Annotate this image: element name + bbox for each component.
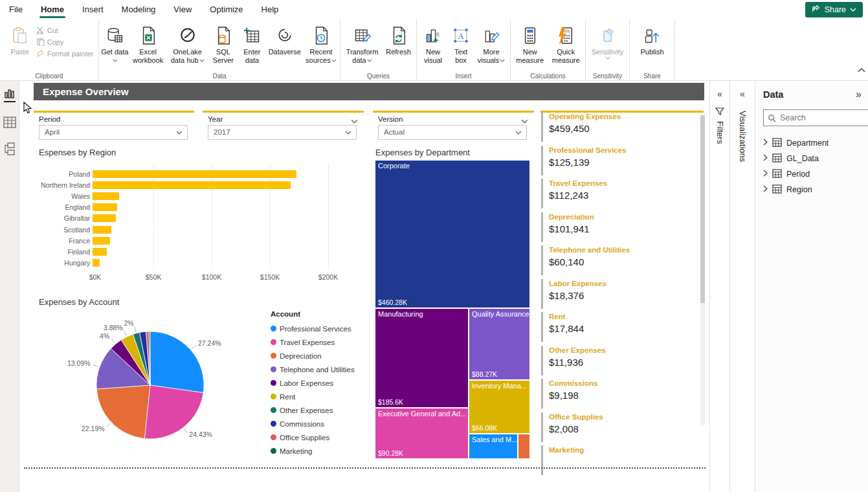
data-table-row-region[interactable]: Region <box>763 182 868 197</box>
data-table-name: GL_Data <box>786 154 819 163</box>
expand-chevron-icon[interactable] <box>763 139 768 148</box>
dataverse-button[interactable]: Dataverse <box>267 22 303 64</box>
data-search[interactable] <box>763 109 868 126</box>
filters-panel-collapsed[interactable]: « Filters <box>709 81 729 492</box>
bar[interactable] <box>93 226 111 234</box>
copy-button[interactable]: Copy <box>36 38 94 46</box>
legend-dot-icon <box>271 366 276 372</box>
treemap-tile-sales-and-m-[interactable]: Sales and M... <box>469 434 517 458</box>
legend-item[interactable]: Other Expenses <box>271 403 355 417</box>
share-button[interactable]: Share <box>805 2 863 17</box>
data-table-row-period[interactable]: Period <box>763 166 868 182</box>
tab-optimize[interactable]: Optimize <box>201 0 252 19</box>
expand-chevron-icon[interactable] <box>763 154 768 163</box>
kpi-card[interactable]: Operating Expenses$459,450 <box>541 112 684 142</box>
treemap-tile-inventory-mana-[interactable]: Inventory Mana...$66.08K <box>469 381 529 433</box>
expand-chevron-icon[interactable] <box>763 170 768 179</box>
text-box-button[interactable]: A Text box <box>449 22 473 64</box>
legend-item[interactable]: Travel Expenses <box>271 335 355 349</box>
bar[interactable] <box>93 181 291 189</box>
get-data-button[interactable]: Get data <box>101 22 129 64</box>
tab-view[interactable]: View <box>164 0 201 19</box>
report-view-button[interactable] <box>3 89 16 102</box>
bar[interactable] <box>93 214 116 222</box>
expand-chevron-icon[interactable] <box>763 185 768 194</box>
legend-item[interactable]: Rent <box>271 390 355 403</box>
new-visual-button[interactable]: New visual <box>419 22 447 64</box>
pie-slice-professional-services[interactable] <box>150 331 204 393</box>
cards-scrollbar-thumb[interactable] <box>700 115 705 303</box>
legend-item[interactable]: Office Supplies <box>271 430 355 444</box>
treemap-tile-manufacturing[interactable]: Manufacturing$185.6K <box>375 309 468 407</box>
table-view-button[interactable] <box>3 117 16 128</box>
bar[interactable] <box>93 237 110 245</box>
publish-button[interactable]: Publish <box>634 22 671 56</box>
collapse-ribbon-icon[interactable] <box>858 63 865 75</box>
enter-data-button[interactable]: Enter data <box>239 22 265 64</box>
bar[interactable] <box>93 203 117 211</box>
tab-file[interactable]: File <box>0 0 32 19</box>
legend-item[interactable]: Marketing <box>271 444 355 458</box>
kpi-card[interactable]: Labor Expenses$18,376 <box>541 279 684 309</box>
bar[interactable] <box>93 248 107 256</box>
bar[interactable] <box>93 170 296 178</box>
tab-insert[interactable]: Insert <box>73 0 113 19</box>
kpi-card[interactable]: Commissions$9,198 <box>541 379 684 408</box>
treemap-tile-quality-assurance[interactable]: Quality Assurance$88.27K <box>469 309 529 379</box>
recent-sources-button[interactable]: Recent sources <box>304 22 338 64</box>
treemap-tile[interactable] <box>518 434 529 458</box>
new-measure-icon <box>523 23 537 48</box>
tab-home[interactable]: Home <box>32 0 73 19</box>
data-table-row-department[interactable]: Department <box>763 135 868 151</box>
year-slicer-dropdown[interactable]: 2017 <box>208 125 357 140</box>
bar[interactable] <box>93 259 100 267</box>
kpi-card[interactable]: Depreciation$101,941 <box>541 212 684 242</box>
data-table-row-gl_data[interactable]: GL_Data <box>763 151 868 166</box>
year-slicer-accent <box>203 111 364 113</box>
visualizations-panel-collapsed[interactable]: « Visualizations <box>729 81 755 492</box>
cards-scrollbar[interactable] <box>700 115 705 426</box>
collapse-data-panel-icon[interactable]: » <box>856 89 862 100</box>
cut-button[interactable]: Cut <box>36 26 94 34</box>
period-slicer-dropdown[interactable]: April <box>39 125 188 140</box>
expand-filters-icon[interactable]: « <box>710 89 729 99</box>
model-view-button[interactable] <box>3 142 16 155</box>
filter-funnel-icon <box>715 107 724 118</box>
kpi-card[interactable]: Other Expenses$11,936 <box>541 346 684 375</box>
tab-modeling[interactable]: Modeling <box>113 0 165 19</box>
refresh-button[interactable]: Refresh <box>383 22 414 64</box>
version-slicer-dropdown[interactable]: Actual <box>378 125 527 140</box>
onelake-data-hub-button[interactable]: OneLake data hub <box>168 22 208 64</box>
legend-item[interactable]: Telephone and Utilities <box>271 363 355 376</box>
bar-chart-expenses-by-region[interactable]: Espenses by Region PolandNorthern Irelan… <box>29 148 382 300</box>
kpi-card[interactable]: Professional Services$125,139 <box>541 146 684 175</box>
kpi-card[interactable]: Travel Expenses$112,243 <box>541 179 684 208</box>
year-slicer-label: Year <box>208 115 223 123</box>
sensitivity-button[interactable]: Sensitivity <box>588 22 627 60</box>
treemap-tile-corporate[interactable]: Corporate$460.28K <box>375 161 529 308</box>
treemap-expenses-by-department[interactable]: Expenses by Department Corporate$460.28K… <box>374 148 531 460</box>
tab-help[interactable]: Help <box>252 0 288 19</box>
paste-button[interactable]: Paste <box>5 22 35 58</box>
expand-visualizations-icon[interactable]: « <box>730 89 755 99</box>
legend-item[interactable]: Depreciation <box>271 349 355 363</box>
treemap-tile-executive-general-and-ad-[interactable]: Executive General and Ad...$90.28K <box>375 408 468 458</box>
quick-measure-button[interactable]: Quick measure <box>549 22 584 64</box>
legend-item[interactable]: Labor Expenses <box>271 376 355 390</box>
legend-item[interactable]: Commissions <box>271 417 355 430</box>
kpi-card[interactable]: Rent$17,844 <box>541 312 684 342</box>
search-input[interactable] <box>780 113 851 122</box>
kpi-card[interactable]: Marketing <box>541 445 684 475</box>
transform-data-button[interactable]: Transform data <box>343 22 382 64</box>
excel-workbook-button[interactable]: Excel workbook <box>130 22 166 64</box>
pie-slice-depreciation[interactable] <box>96 385 150 439</box>
kpi-card[interactable]: Telephone and Utilities$60,140 <box>541 245 684 275</box>
kpi-card[interactable]: Office Supplies$2,008 <box>541 412 684 442</box>
legend-item[interactable]: Professional Services <box>271 322 355 335</box>
new-measure-button[interactable]: New measure <box>513 22 548 64</box>
sql-server-button[interactable]: SQL Server <box>209 22 238 64</box>
pie-chart-expenses-by-account[interactable]: Expenses by Account 27.24%24.43%22.19%13… <box>29 295 392 468</box>
bar[interactable] <box>93 192 119 200</box>
format-painter-button[interactable]: Format painter <box>36 49 94 58</box>
more-visuals-button[interactable]: More visuals <box>474 22 508 64</box>
